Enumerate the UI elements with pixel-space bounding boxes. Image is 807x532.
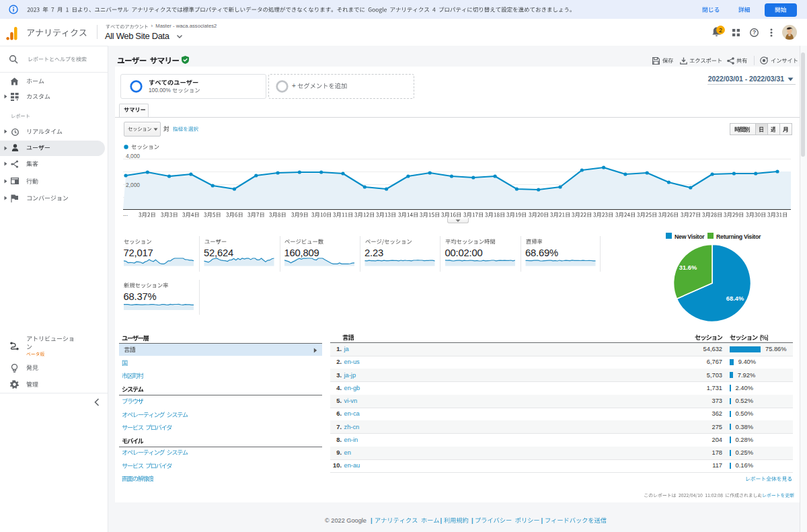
svg-text:31.6%: 31.6% [679,264,697,271]
svg-text:68.4%: 68.4% [726,295,744,302]
